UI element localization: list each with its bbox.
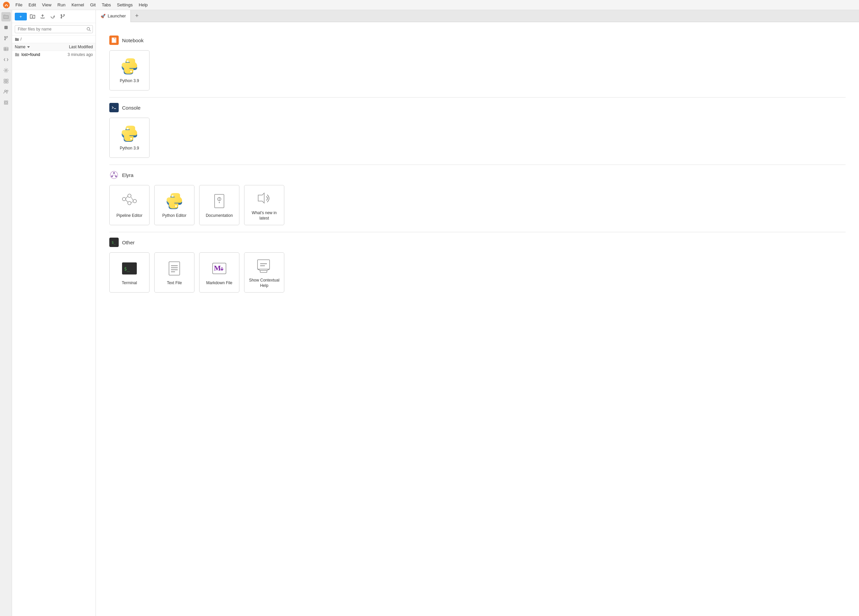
python-console-icon bbox=[120, 124, 139, 143]
documentation-label: Documentation bbox=[206, 213, 233, 218]
sidebar-icon-git[interactable] bbox=[2, 34, 11, 43]
svg-point-25 bbox=[127, 61, 129, 62]
upload-button[interactable] bbox=[38, 12, 47, 21]
text-file-label: Text File bbox=[167, 281, 182, 286]
menu-kernel[interactable]: Kernel bbox=[69, 2, 87, 8]
breadcrumb: / bbox=[12, 36, 95, 43]
svg-rect-13 bbox=[6, 81, 8, 83]
menu-run[interactable]: Run bbox=[55, 2, 68, 8]
svg-point-36 bbox=[128, 201, 131, 205]
svg-text:$_: $_ bbox=[112, 241, 116, 245]
documentation-icon bbox=[210, 192, 229, 211]
sidebar-icon-grid[interactable] bbox=[2, 76, 11, 86]
sidebar-icon-folder[interactable] bbox=[2, 12, 11, 22]
file-panel: + + bbox=[12, 10, 96, 616]
card-text-file[interactable]: Text File bbox=[154, 253, 194, 293]
console-cards: Python 3.9 bbox=[109, 118, 846, 158]
search-bar bbox=[12, 23, 95, 36]
card-terminal[interactable]: $_ Terminal bbox=[109, 253, 150, 293]
card-whats-new[interactable]: What's new in latest bbox=[244, 185, 284, 225]
svg-line-39 bbox=[126, 200, 128, 202]
python39-console-label: Python 3.9 bbox=[120, 146, 139, 151]
card-python39-notebook[interactable]: Python 3.9 bbox=[109, 50, 150, 90]
file-list: lost+found 3 minutes ago bbox=[12, 51, 95, 616]
card-documentation[interactable]: Documentation bbox=[199, 185, 239, 225]
elyra-section-icon bbox=[109, 170, 119, 179]
menu-help[interactable]: Help bbox=[136, 2, 150, 8]
folder-icon-sm bbox=[15, 52, 19, 57]
svg-line-41 bbox=[131, 202, 133, 203]
breadcrumb-path: / bbox=[20, 37, 22, 42]
svg-marker-23 bbox=[27, 46, 30, 48]
section-notebook: Notebook bbox=[109, 36, 846, 45]
card-pipeline-editor[interactable]: Pipeline Editor bbox=[109, 185, 150, 225]
pipeline-editor-label: Pipeline Editor bbox=[116, 213, 142, 218]
new-folder-button[interactable] bbox=[28, 12, 37, 21]
menu-tabs[interactable]: Tabs bbox=[99, 2, 113, 8]
text-file-icon bbox=[165, 259, 184, 278]
menu-view[interactable]: View bbox=[39, 2, 54, 8]
python-editor-icon bbox=[165, 192, 184, 211]
svg-point-21 bbox=[87, 28, 90, 30]
svg-point-19 bbox=[61, 17, 62, 19]
icon-sidebar bbox=[0, 10, 12, 616]
svg-point-35 bbox=[128, 194, 131, 197]
svg-point-20 bbox=[63, 15, 64, 16]
menubar: File Edit View Run Kernel Git Tabs Setti… bbox=[0, 0, 859, 10]
sidebar-icon-settings[interactable] bbox=[2, 65, 11, 75]
svg-point-3 bbox=[5, 39, 5, 40]
markdown-file-label: Markdown File bbox=[206, 281, 232, 286]
column-name-header[interactable]: Name bbox=[15, 45, 56, 49]
svg-rect-1 bbox=[5, 26, 8, 29]
svg-rect-52 bbox=[169, 262, 180, 275]
svg-point-26 bbox=[130, 71, 132, 72]
terminal-icon: $_ bbox=[120, 259, 139, 278]
column-modified-header: Last Modified bbox=[56, 45, 93, 49]
svg-point-42 bbox=[172, 195, 174, 197]
launcher-tab-icon: 🚀 bbox=[101, 14, 106, 19]
logo bbox=[3, 2, 10, 9]
file-name-text: lost+found bbox=[22, 52, 40, 57]
svg-line-40 bbox=[131, 197, 133, 200]
sidebar-icon-stop[interactable] bbox=[2, 23, 11, 32]
sidebar-icon-table[interactable] bbox=[2, 44, 11, 54]
search-input[interactable] bbox=[15, 25, 93, 33]
whats-new-label: What's new in latest bbox=[248, 211, 281, 221]
sidebar-icon-puzzle[interactable] bbox=[2, 98, 11, 107]
notebook-section-icon bbox=[109, 36, 119, 45]
other-section-icon: $_ bbox=[109, 238, 119, 247]
sidebar-icon-code[interactable] bbox=[2, 55, 11, 64]
section-other: $_ Other bbox=[109, 238, 846, 247]
git-button[interactable] bbox=[58, 12, 67, 21]
other-section-label: Other bbox=[122, 240, 135, 245]
tab-bar: 🚀 Launcher + bbox=[96, 10, 859, 22]
search-icon bbox=[86, 27, 91, 31]
new-file-button[interactable]: + + bbox=[15, 13, 27, 20]
menu-git[interactable]: Git bbox=[87, 2, 98, 8]
menu-file[interactable]: File bbox=[13, 2, 25, 8]
file-modified-text: 3 minutes ago bbox=[56, 52, 93, 57]
refresh-button[interactable] bbox=[48, 12, 57, 21]
contextual-help-label: Show Contextual Help bbox=[248, 278, 281, 288]
menu-settings[interactable]: Settings bbox=[114, 2, 136, 8]
sidebar-icon-people[interactable] bbox=[2, 87, 11, 97]
file-row[interactable]: lost+found 3 minutes ago bbox=[12, 51, 95, 58]
card-python39-console[interactable]: Python 3.9 bbox=[109, 118, 150, 158]
menu-edit[interactable]: Edit bbox=[26, 2, 39, 8]
main-layout: + + bbox=[0, 10, 859, 616]
svg-point-15 bbox=[7, 90, 8, 92]
card-markdown-file[interactable]: M Markdown File bbox=[199, 253, 239, 293]
card-python-editor[interactable]: Python Editor bbox=[154, 185, 194, 225]
elyra-section-label: Elyra bbox=[122, 172, 133, 178]
card-contextual-help[interactable]: Show Contextual Help bbox=[244, 253, 284, 293]
tab-launcher[interactable]: 🚀 Launcher bbox=[96, 10, 131, 22]
svg-rect-11 bbox=[6, 79, 8, 81]
svg-point-2 bbox=[5, 36, 5, 37]
svg-point-28 bbox=[127, 128, 129, 130]
add-tab-button[interactable]: + bbox=[131, 10, 143, 22]
svg-line-38 bbox=[126, 196, 128, 198]
svg-rect-12 bbox=[4, 81, 6, 83]
divider-console bbox=[109, 97, 846, 98]
svg-rect-5 bbox=[4, 47, 8, 51]
svg-point-29 bbox=[130, 138, 132, 140]
